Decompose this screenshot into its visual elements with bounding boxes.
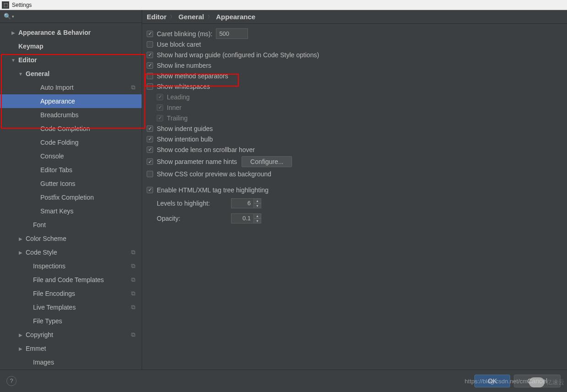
sidebar-item-color-scheme[interactable]: Color Scheme [0, 232, 142, 245]
caret-blinking-input[interactable] [216, 28, 248, 39]
sidebar-item-file-types[interactable]: File Types [0, 314, 142, 328]
sidebar-item-appearance-behavior[interactable]: Appearance & Behavior [0, 26, 142, 39]
copy-icon: ⧉ [131, 84, 135, 91]
tree-arrow-icon[interactable] [18, 250, 23, 255]
breadcrumb-editor[interactable]: Editor [147, 13, 166, 21]
tree-arrow-icon[interactable] [18, 346, 23, 351]
spinner-down-icon[interactable]: ▼ [254, 203, 261, 208]
sidebar-item-label: Emmet [26, 345, 46, 352]
sidebar-item-label: Console [40, 152, 64, 160]
trailing-label: Trailing [167, 114, 187, 122]
sidebar-item-images[interactable]: Images [0, 355, 142, 369]
settings-tree: Appearance & BehaviorKeymapEditorGeneral… [0, 23, 142, 369]
inner-label: Inner [167, 104, 182, 111]
sidebar-item-live-templates[interactable]: Live Templates⧉ [0, 300, 142, 314]
ok-button[interactable]: OK [474, 375, 510, 387]
sidebar-item-inspections[interactable]: Inspections⧉ [0, 259, 142, 273]
tree-arrow-icon[interactable] [11, 58, 16, 63]
configure-button[interactable]: Configure... [242, 156, 292, 167]
caret-blinking-label: Caret blinking (ms): [157, 30, 212, 38]
show-method-separators-label: Show method separators [157, 72, 228, 80]
opacity-input[interactable] [231, 213, 254, 223]
sidebar-item-breadcrumbs[interactable]: Breadcrumbs [0, 108, 142, 122]
show-line-numbers-label: Show line numbers [157, 62, 211, 69]
footer: ? OK Cancel [0, 370, 567, 392]
settings-sidebar: 🔍 ▾ Appearance & BehaviorKeymapEditorGen… [0, 10, 142, 370]
sidebar-item-label: Smart Keys [40, 207, 73, 215]
window-title: Settings [12, 2, 32, 8]
show-line-numbers-checkbox[interactable] [147, 62, 153, 69]
caret-blinking-checkbox[interactable] [147, 31, 153, 37]
search-input[interactable]: 🔍 ▾ [0, 10, 142, 23]
sidebar-item-editor-tabs[interactable]: Editor Tabs [0, 163, 142, 177]
show-method-separators-checkbox[interactable] [147, 73, 153, 79]
levels-input[interactable] [231, 198, 254, 208]
use-block-caret-checkbox[interactable] [147, 41, 153, 48]
show-hard-wrap-checkbox[interactable] [147, 52, 153, 58]
sidebar-item-label: File Encodings [33, 290, 75, 297]
tree-arrow-icon[interactable] [18, 236, 23, 241]
sidebar-item-appearance[interactable]: Appearance [0, 94, 142, 108]
sidebar-item-console[interactable]: Console [0, 149, 142, 163]
leading-checkbox[interactable] [157, 94, 163, 100]
tree-arrow-icon[interactable] [18, 71, 23, 76]
sidebar-item-label: Color Scheme [26, 235, 66, 242]
sidebar-item-label: File and Code Templates [33, 276, 104, 283]
sidebar-item-code-folding[interactable]: Code Folding [0, 136, 142, 149]
sidebar-item-auto-import[interactable]: Auto Import⧉ [0, 81, 142, 94]
sidebar-item-emmet[interactable]: Emmet [0, 342, 142, 355]
copy-icon: ⧉ [131, 290, 135, 297]
spinner-down-icon[interactable]: ▼ [254, 218, 261, 223]
sidebar-item-label: Postfix Completion [40, 194, 94, 201]
sidebar-item-file-encodings[interactable]: File Encodings⧉ [0, 287, 142, 300]
inner-checkbox[interactable] [157, 104, 163, 111]
sidebar-item-code-completion[interactable]: Code Completion [0, 122, 142, 136]
spinner-up-icon[interactable]: ▲ [254, 213, 261, 218]
trailing-checkbox[interactable] [157, 115, 163, 121]
sidebar-item-label: Appearance & Behavior [18, 29, 91, 36]
show-hard-wrap-label: Show hard wrap guide (configured in Code… [157, 51, 319, 59]
levels-label: Levels to highlight: [157, 200, 226, 207]
sidebar-item-label: Copyright [26, 331, 53, 338]
spinner-up-icon[interactable]: ▲ [254, 198, 261, 203]
sidebar-item-label: Code Folding [40, 139, 78, 146]
help-button[interactable]: ? [6, 376, 17, 386]
sidebar-item-label: Auto Import [40, 84, 73, 91]
indent-guides-checkbox[interactable] [147, 125, 153, 132]
copy-icon: ⧉ [131, 304, 135, 311]
css-preview-checkbox[interactable] [147, 171, 153, 177]
tree-arrow-icon[interactable] [18, 332, 23, 338]
sidebar-item-label: Inspections [33, 262, 66, 270]
sidebar-item-font[interactable]: Font [0, 218, 142, 232]
tree-arrow-icon[interactable] [11, 30, 16, 35]
sidebar-item-general[interactable]: General [0, 67, 142, 81]
sidebar-item-keymap[interactable]: Keymap [0, 39, 142, 53]
titlebar: ⬚ Settings [0, 0, 567, 10]
sidebar-item-smart-keys[interactable]: Smart Keys [0, 204, 142, 218]
sidebar-item-gutter-icons[interactable]: Gutter Icons [0, 177, 142, 191]
cancel-button[interactable]: Cancel [514, 375, 561, 387]
param-hints-checkbox[interactable] [147, 158, 153, 165]
leading-label: Leading [167, 93, 190, 101]
sidebar-item-file-and-code-templates[interactable]: File and Code Templates⧉ [0, 273, 142, 287]
intention-bulb-checkbox[interactable] [147, 136, 153, 142]
sidebar-item-editor[interactable]: Editor [0, 53, 142, 67]
breadcrumb-appearance: Appearance [216, 13, 255, 21]
sidebar-item-postfix-completion[interactable]: Postfix Completion [0, 191, 142, 204]
sidebar-item-label: Images [33, 359, 54, 366]
code-lens-checkbox[interactable] [147, 147, 153, 153]
sidebar-item-label: Code Completion [40, 125, 90, 132]
sidebar-item-code-style[interactable]: Code Style⧉ [0, 245, 142, 259]
chevron-right-icon: 〉 [208, 14, 212, 20]
chevron-right-icon: 〉 [170, 14, 175, 20]
tag-tree-label: Enable HTML/XML tag tree highlighting [157, 186, 269, 194]
show-whitespaces-checkbox[interactable] [147, 83, 153, 90]
search-icon: 🔍 [4, 13, 11, 20]
intention-bulb-label: Show intention bulb [157, 136, 213, 143]
breadcrumb-general[interactable]: General [178, 13, 204, 21]
indent-guides-label: Show indent guides [157, 125, 213, 132]
sidebar-item-label: Breadcrumbs [40, 111, 78, 119]
tag-tree-checkbox[interactable] [147, 187, 153, 193]
css-preview-label: Show CSS color preview as background [157, 170, 271, 178]
sidebar-item-copyright[interactable]: Copyright⧉ [0, 328, 142, 342]
